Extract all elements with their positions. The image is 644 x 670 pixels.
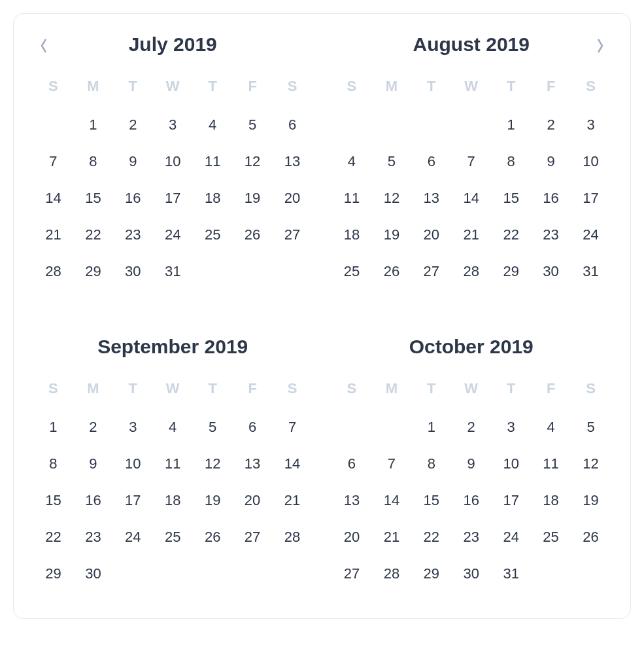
- day-cell[interactable]: 12: [571, 446, 611, 482]
- day-cell[interactable]: 28: [451, 253, 491, 290]
- day-cell[interactable]: 7: [273, 409, 313, 446]
- day-cell[interactable]: 26: [233, 217, 273, 253]
- day-cell[interactable]: 12: [233, 143, 273, 180]
- day-cell[interactable]: 25: [153, 519, 193, 555]
- day-cell[interactable]: 29: [73, 253, 113, 290]
- day-cell[interactable]: 8: [491, 143, 531, 180]
- day-cell[interactable]: 17: [113, 482, 153, 519]
- day-cell[interactable]: 8: [33, 446, 73, 482]
- day-cell[interactable]: 18: [193, 180, 233, 217]
- day-cell[interactable]: 28: [33, 253, 73, 290]
- day-cell[interactable]: 2: [451, 409, 491, 446]
- day-cell[interactable]: 10: [153, 143, 193, 180]
- day-cell[interactable]: 6: [233, 409, 273, 446]
- day-cell[interactable]: 13: [233, 446, 273, 482]
- next-month-button[interactable]: [590, 36, 611, 57]
- day-cell[interactable]: 10: [113, 446, 153, 482]
- day-cell[interactable]: 6: [411, 143, 451, 180]
- day-cell[interactable]: 1: [73, 107, 113, 143]
- day-cell[interactable]: 29: [491, 253, 531, 290]
- day-cell[interactable]: 28: [273, 519, 313, 555]
- day-cell[interactable]: 1: [33, 409, 73, 446]
- day-cell[interactable]: 30: [73, 555, 113, 592]
- day-cell[interactable]: 8: [73, 143, 113, 180]
- day-cell[interactable]: 9: [531, 143, 571, 180]
- day-cell[interactable]: 3: [153, 107, 193, 143]
- day-cell[interactable]: 23: [531, 217, 571, 253]
- day-cell[interactable]: 25: [332, 253, 372, 290]
- day-cell[interactable]: 5: [571, 409, 611, 446]
- day-cell[interactable]: 17: [491, 482, 531, 519]
- day-cell[interactable]: 19: [233, 180, 273, 217]
- day-cell[interactable]: 14: [33, 180, 73, 217]
- day-cell[interactable]: 14: [273, 446, 313, 482]
- day-cell[interactable]: 20: [411, 217, 451, 253]
- day-cell[interactable]: 22: [411, 519, 451, 555]
- day-cell[interactable]: 4: [153, 409, 193, 446]
- day-cell[interactable]: 30: [531, 253, 571, 290]
- day-cell[interactable]: 1: [491, 107, 531, 143]
- day-cell[interactable]: 7: [451, 143, 491, 180]
- day-cell[interactable]: 2: [73, 409, 113, 446]
- day-cell[interactable]: 16: [113, 180, 153, 217]
- day-cell[interactable]: 15: [411, 482, 451, 519]
- day-cell[interactable]: 23: [113, 217, 153, 253]
- day-cell[interactable]: 3: [491, 409, 531, 446]
- day-cell[interactable]: 13: [411, 180, 451, 217]
- day-cell[interactable]: 22: [33, 519, 73, 555]
- day-cell[interactable]: 13: [332, 482, 372, 519]
- day-cell[interactable]: 14: [371, 482, 411, 519]
- day-cell[interactable]: 11: [153, 446, 193, 482]
- day-cell[interactable]: 5: [233, 107, 273, 143]
- day-cell[interactable]: 12: [371, 180, 411, 217]
- day-cell[interactable]: 21: [273, 482, 313, 519]
- day-cell[interactable]: 21: [451, 217, 491, 253]
- day-cell[interactable]: 4: [193, 107, 233, 143]
- day-cell[interactable]: 9: [73, 446, 113, 482]
- day-cell[interactable]: 21: [33, 217, 73, 253]
- day-cell[interactable]: 24: [153, 217, 193, 253]
- day-cell[interactable]: 24: [571, 217, 611, 253]
- day-cell[interactable]: 7: [33, 143, 73, 180]
- day-cell[interactable]: 22: [73, 217, 113, 253]
- day-cell[interactable]: 16: [73, 482, 113, 519]
- day-cell[interactable]: 24: [491, 519, 531, 555]
- day-cell[interactable]: 9: [451, 446, 491, 482]
- day-cell[interactable]: 25: [193, 217, 233, 253]
- day-cell[interactable]: 30: [113, 253, 153, 290]
- day-cell[interactable]: 27: [411, 253, 451, 290]
- day-cell[interactable]: 18: [332, 217, 372, 253]
- day-cell[interactable]: 8: [411, 446, 451, 482]
- day-cell[interactable]: 2: [531, 107, 571, 143]
- day-cell[interactable]: 28: [371, 555, 411, 592]
- day-cell[interactable]: 11: [332, 180, 372, 217]
- day-cell[interactable]: 22: [491, 217, 531, 253]
- day-cell[interactable]: 27: [332, 555, 372, 592]
- day-cell[interactable]: 20: [233, 482, 273, 519]
- day-cell[interactable]: 31: [153, 253, 193, 290]
- day-cell[interactable]: 2: [113, 107, 153, 143]
- day-cell[interactable]: 3: [113, 409, 153, 446]
- day-cell[interactable]: 29: [33, 555, 73, 592]
- day-cell[interactable]: 5: [371, 143, 411, 180]
- day-cell[interactable]: 26: [371, 253, 411, 290]
- day-cell[interactable]: 11: [193, 143, 233, 180]
- day-cell[interactable]: 3: [571, 107, 611, 143]
- day-cell[interactable]: 14: [451, 180, 491, 217]
- day-cell[interactable]: 15: [73, 180, 113, 217]
- day-cell[interactable]: 10: [571, 143, 611, 180]
- day-cell[interactable]: 10: [491, 446, 531, 482]
- day-cell[interactable]: 24: [113, 519, 153, 555]
- day-cell[interactable]: 20: [273, 180, 313, 217]
- day-cell[interactable]: 23: [451, 519, 491, 555]
- day-cell[interactable]: 19: [193, 482, 233, 519]
- day-cell[interactable]: 31: [491, 555, 531, 592]
- day-cell[interactable]: 15: [33, 482, 73, 519]
- day-cell[interactable]: 18: [531, 482, 571, 519]
- day-cell[interactable]: 31: [571, 253, 611, 290]
- prev-month-button[interactable]: [33, 36, 54, 57]
- day-cell[interactable]: 17: [571, 180, 611, 217]
- day-cell[interactable]: 7: [371, 446, 411, 482]
- day-cell[interactable]: 16: [531, 180, 571, 217]
- day-cell[interactable]: 21: [371, 519, 411, 555]
